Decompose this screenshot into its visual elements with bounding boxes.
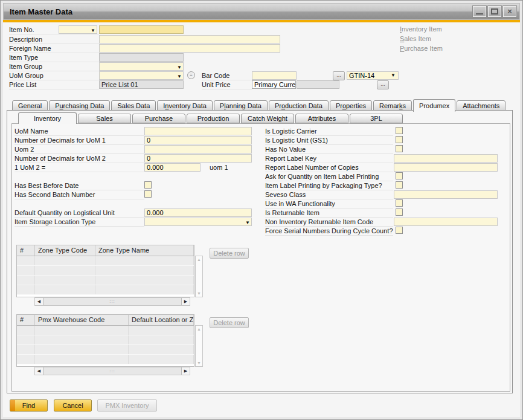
unit-price-browse-button[interactable]: ... (377, 80, 389, 89)
chevron-down-icon: ▼ (177, 73, 182, 80)
maximize-icon (491, 8, 498, 15)
maximize-button[interactable] (488, 6, 501, 17)
has-second-batch-checkbox[interactable] (144, 190, 152, 198)
subtab-production[interactable]: Production (187, 114, 240, 123)
zone-table-vertical-scrollbar[interactable]: ▲ ▼ (195, 256, 203, 297)
column-header-pmx-warehouse-code[interactable]: Pmx Warehouse Code (35, 315, 129, 325)
column-header-zone-type-code[interactable]: Zone Type Code (35, 245, 95, 256)
has-no-value-checkbox[interactable] (396, 145, 403, 152)
label-printing-packaging-type-checkbox[interactable] (396, 181, 403, 189)
seveso-class-label: Seveso Class (265, 190, 393, 199)
subtab-3pl[interactable]: 3PL (350, 114, 403, 123)
main-tab-bar: General Purchasing Data Sales Data Inven… (12, 99, 505, 111)
close-button[interactable]: × (503, 6, 516, 17)
column-header-default-location[interactable]: Default Location or Z... (129, 315, 194, 325)
column-header-zone-type-name[interactable]: Zone Type Name (95, 245, 194, 256)
table-row[interactable] (17, 345, 194, 355)
table-row[interactable] (17, 355, 194, 364)
decimals-uom1-input[interactable]: 0 (144, 136, 252, 144)
one-uom2-input[interactable]: 0.000 (144, 163, 201, 172)
zone-table-horizontal-scrollbar[interactable]: ◀ ::: ▶ (34, 297, 190, 306)
scrollbar-thumb[interactable]: ::: (43, 298, 182, 305)
unit-price-label: Unit Price (202, 80, 252, 89)
is-logistic-carrier-checkbox[interactable] (396, 127, 403, 134)
scroll-down-icon[interactable]: ▼ (196, 291, 202, 296)
titlebar[interactable]: Item Master Data × (3, 3, 520, 20)
foreign-name-input[interactable] (99, 44, 280, 53)
pmx-table-vertical-scrollbar[interactable]: ▲ ▼ (195, 325, 203, 367)
column-header-number[interactable]: # (17, 245, 35, 256)
scroll-up-icon[interactable]: ▲ (196, 257, 202, 262)
scroll-down-icon[interactable]: ▼ (196, 361, 202, 365)
item-no-input[interactable] (99, 25, 184, 34)
is-returnable-item-label: Is Returnable Item (265, 208, 393, 218)
produmex-sub-tab-bar: Inventory Sales Purchase Production Catc… (18, 113, 403, 123)
decimals-uom2-input[interactable]: 0 (144, 154, 252, 163)
force-serial-numbers-label: Force Serial Numbers During Cycle Count? (265, 227, 393, 236)
has-second-batch-label: Has Second Batch Number (14, 190, 144, 199)
table-row[interactable] (17, 285, 194, 295)
is-returnable-item-checkbox[interactable] (396, 208, 403, 216)
unit-price-field (297, 80, 339, 89)
subtab-attributes[interactable]: Attributes (295, 114, 348, 123)
default-qty-logistical-unit-input[interactable]: 0.000 (144, 208, 252, 217)
report-label-key-input[interactable] (394, 154, 498, 163)
description-input[interactable] (99, 35, 280, 44)
scroll-right-icon[interactable]: ▶ (182, 298, 190, 305)
cancel-button[interactable]: Cancel (54, 399, 92, 412)
force-serial-numbers-checkbox[interactable] (396, 227, 403, 234)
scroll-left-icon[interactable]: ◀ (35, 367, 43, 375)
pmx-table-horizontal-scrollbar[interactable]: ◀ ::: ▶ (34, 367, 190, 375)
minimize-icon (476, 13, 483, 15)
unit-price-currency-select[interactable]: Primary Currency (252, 80, 296, 89)
decimals-uom1-label: Number of Decimals for UoM 1 (14, 136, 144, 145)
report-label-copies-input[interactable] (394, 163, 498, 172)
item-group-label: Item Group (9, 62, 99, 71)
zone-type-table-header: # Zone Type Code Zone Type Name (17, 245, 194, 256)
table-row[interactable] (17, 335, 194, 345)
uom-group-select[interactable]: ▼ (99, 71, 184, 80)
subtab-catch-weight[interactable]: Catch Weight (241, 114, 294, 123)
non-inventory-returnable-code-input[interactable] (394, 218, 498, 226)
table-row[interactable] (17, 276, 194, 285)
uom-name-input[interactable] (144, 127, 252, 135)
table-row[interactable] (17, 256, 194, 266)
bar-code-browse-button[interactable]: ... (333, 71, 345, 80)
decimals-uom2-label: Number of Decimals for UoM 2 (14, 154, 144, 163)
uom-group-detail-icon[interactable]: ≡ (187, 71, 195, 79)
is-logistic-unit-gs1-label: Is Logistic Unit (GS1) (265, 136, 393, 145)
subtab-sales[interactable]: Sales (78, 114, 131, 123)
tab-produmex[interactable]: Produmex (413, 99, 455, 112)
table-row[interactable] (17, 326, 194, 335)
find-button-label: Find (22, 402, 35, 409)
use-in-wa-functionality-checkbox[interactable] (396, 199, 403, 207)
uom2-input[interactable] (144, 145, 252, 153)
barcode-type-select[interactable]: GTIN-14 (347, 71, 399, 80)
ask-qty-label-printing-checkbox[interactable] (396, 172, 403, 179)
window-title: Item Master Data (10, 7, 72, 16)
has-best-before-date-checkbox[interactable] (144, 181, 152, 189)
seveso-class-input[interactable] (394, 190, 498, 199)
scroll-left-icon[interactable]: ◀ (35, 298, 43, 305)
zone-table-delete-row-button[interactable]: Delete row (210, 248, 249, 259)
column-header-number[interactable]: # (17, 315, 35, 325)
subtab-inventory[interactable]: Inventory (18, 112, 77, 124)
item-group-select[interactable]: ▼ (99, 62, 184, 71)
scroll-right-icon[interactable]: ▶ (182, 367, 190, 375)
subtab-purchase[interactable]: Purchase (132, 114, 185, 123)
pmx-table-delete-row-button[interactable]: Delete row (210, 317, 249, 328)
is-logistic-carrier-label: Is Logistic Carrier (265, 127, 393, 136)
item-storage-location-type-select[interactable]: ▼ (144, 218, 252, 226)
scrollbar-thumb[interactable]: ::: (43, 367, 182, 375)
has-best-before-date-label: Has Best Before Date (14, 181, 144, 190)
bar-code-input[interactable] (252, 71, 297, 80)
find-button[interactable]: Find (10, 399, 48, 412)
item-no-type-select[interactable]: ▼ (59, 25, 97, 34)
pmx-inventory-button[interactable]: PMX Inventory (97, 399, 157, 412)
report-label-key-label: Report Label Key (265, 154, 393, 163)
table-row[interactable] (17, 266, 194, 276)
item-type-field (99, 53, 184, 62)
minimize-button[interactable] (473, 6, 486, 17)
scroll-up-icon[interactable]: ▲ (196, 327, 202, 331)
is-logistic-unit-gs1-checkbox[interactable] (396, 136, 403, 143)
